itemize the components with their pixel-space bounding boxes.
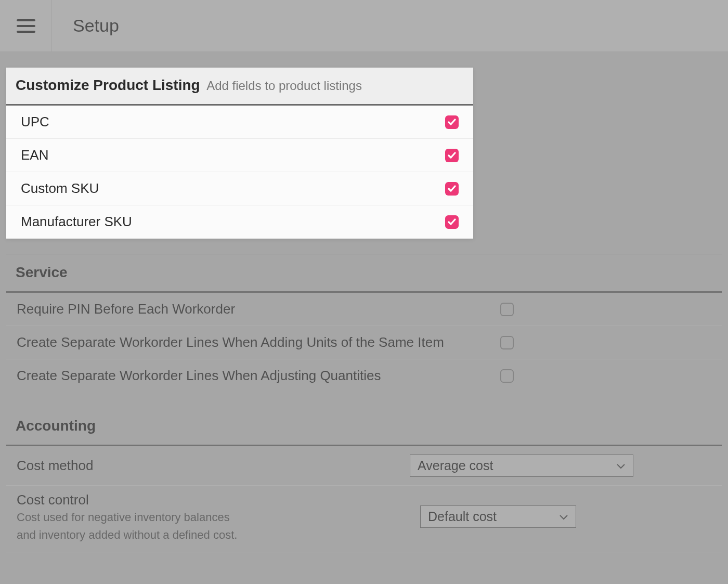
row-label: Require PIN Before Each Workorder bbox=[17, 301, 235, 317]
product-field-row-ean: EAN bbox=[6, 139, 473, 172]
checkbox-ean[interactable] bbox=[445, 149, 459, 162]
select-cost-control[interactable]: Default cost bbox=[420, 505, 576, 528]
checkbox-custom-sku[interactable] bbox=[445, 182, 459, 196]
service-row-require-pin: Require PIN Before Each Workorder bbox=[6, 293, 722, 326]
select-value: Default cost bbox=[428, 509, 497, 524]
row-label: Create Separate Workorder Lines When Adj… bbox=[17, 368, 381, 384]
accounting-row-cost-method: Cost method Average cost bbox=[6, 446, 722, 486]
select-cost-method[interactable]: Average cost bbox=[410, 455, 633, 477]
checkbox-separate-adjusting[interactable] bbox=[500, 369, 514, 383]
hamburger-icon bbox=[17, 19, 35, 33]
product-field-row-custom-sku: Custom SKU bbox=[6, 172, 473, 205]
product-field-row-manufacturer-sku: Manufacturer SKU bbox=[6, 205, 473, 239]
chevron-down-icon bbox=[616, 463, 626, 469]
section-title: Accounting bbox=[16, 418, 96, 434]
service-row-separate-adjusting: Create Separate Workorder Lines When Adj… bbox=[6, 359, 722, 392]
checkbox-upc[interactable] bbox=[445, 115, 459, 129]
row-label: Create Separate Workorder Lines When Add… bbox=[17, 334, 444, 351]
row-label: Manufacturer SKU bbox=[21, 214, 132, 230]
select-value: Average cost bbox=[418, 458, 493, 473]
row-label: EAN bbox=[21, 147, 48, 163]
app-header: Setup bbox=[0, 0, 728, 52]
section-title: Customize Product Listing bbox=[16, 77, 200, 93]
accounting-section: Accounting Cost method Average cost Cost… bbox=[6, 408, 722, 552]
row-sublabel-2: and inventory added without a defined co… bbox=[17, 527, 420, 543]
checkmark-icon bbox=[448, 118, 456, 126]
menu-button[interactable] bbox=[0, 0, 52, 52]
row-label: Cost control bbox=[17, 492, 420, 508]
section-header-service: Service bbox=[6, 255, 722, 293]
section-header-accounting: Accounting bbox=[6, 408, 722, 446]
checkmark-icon bbox=[448, 185, 456, 193]
row-sublabel-1: Cost used for negative inventory balance… bbox=[17, 509, 420, 526]
service-section: Service Require PIN Before Each Workorde… bbox=[6, 254, 722, 392]
product-field-row-upc: UPC bbox=[6, 106, 473, 139]
checkbox-manufacturer-sku[interactable] bbox=[445, 215, 459, 229]
checkbox-require-pin[interactable] bbox=[500, 303, 514, 316]
checkmark-icon bbox=[448, 218, 456, 226]
section-title: Service bbox=[16, 264, 68, 280]
row-label: Cost method bbox=[17, 458, 93, 474]
chevron-down-icon bbox=[559, 514, 568, 520]
checkmark-icon bbox=[448, 151, 456, 160]
row-label: UPC bbox=[21, 114, 49, 130]
service-row-separate-adding: Create Separate Workorder Lines When Add… bbox=[6, 326, 722, 359]
page-title: Setup bbox=[52, 16, 119, 36]
section-header-product-listing: Customize Product Listing Add fields to … bbox=[6, 68, 473, 106]
customize-product-listing-panel: Customize Product Listing Add fields to … bbox=[6, 68, 473, 239]
section-subtitle: Add fields to product listings bbox=[206, 79, 362, 93]
accounting-row-cost-control: Cost control Cost used for negative inve… bbox=[6, 486, 722, 552]
checkbox-separate-adding[interactable] bbox=[500, 336, 514, 349]
row-label: Custom SKU bbox=[21, 180, 99, 197]
